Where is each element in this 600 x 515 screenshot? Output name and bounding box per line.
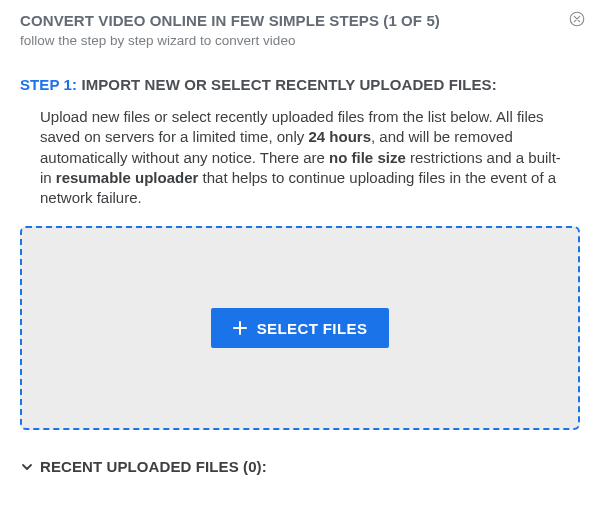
step-prefix: STEP 1: xyxy=(20,76,77,93)
close-icon xyxy=(568,10,586,28)
chevron-down-icon xyxy=(20,460,34,474)
upload-dropzone[interactable]: SELECT FILES xyxy=(20,226,580,430)
step-label: IMPORT NEW OR SELECT RECENTLY UPLOADED F… xyxy=(77,76,497,93)
select-files-button[interactable]: SELECT FILES xyxy=(211,308,390,348)
close-button[interactable] xyxy=(568,10,586,28)
recent-files-toggle[interactable]: RECENT UPLOADED FILES (0): xyxy=(20,458,580,475)
recent-files-label: RECENT UPLOADED FILES (0): xyxy=(40,458,267,475)
select-files-label: SELECT FILES xyxy=(257,320,368,337)
desc-bold-uploader: resumable uploader xyxy=(56,169,199,186)
plus-icon xyxy=(233,321,247,335)
wizard-title: CONVERT VIDEO ONLINE IN FEW SIMPLE STEPS… xyxy=(20,12,580,29)
wizard-subtitle: follow the step by step wizard to conver… xyxy=(20,33,580,48)
step-description: Upload new files or select recently uplo… xyxy=(40,107,580,208)
step-heading: STEP 1: IMPORT NEW OR SELECT RECENTLY UP… xyxy=(20,76,580,93)
desc-bold-hours: 24 hours xyxy=(308,128,371,145)
desc-bold-filesize: no file size xyxy=(329,149,406,166)
